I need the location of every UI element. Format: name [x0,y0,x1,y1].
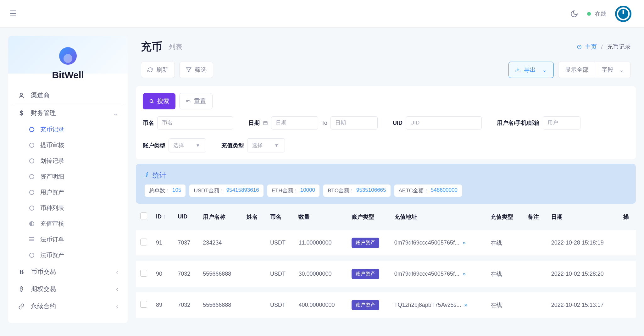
sidebar-item-channel[interactable]: 渠道商 [11,87,125,104]
stats-chip: USDT金额： 95415893616 [189,185,263,197]
search-label: 搜索 [157,97,169,105]
sidebar-subitem[interactable]: 币种列表 [23,200,125,216]
th-coin[interactable]: 币名 [266,209,294,225]
sidebar-subitem[interactable]: 资产明细 [23,169,125,185]
sidebar-subitem[interactable]: 充值审核 [23,216,125,232]
fields-button[interactable]: 字段 ⌄ [595,62,630,78]
reset-button[interactable]: 重置 [179,93,213,109]
user-input[interactable] [543,116,580,129]
bullet-icon [29,127,35,132]
select-all-checkbox[interactable] [140,212,147,219]
export-label: 导出 [524,66,536,74]
bullet-icon [29,142,35,148]
sidebar-subitem[interactable]: 充币记录 [23,122,125,137]
sidebar-subitem[interactable]: 用户资产 [23,185,125,200]
stats-title: i 统计 [145,171,627,180]
sidebar-subitem[interactable]: 法币订单 [23,232,125,247]
row-checkbox[interactable] [140,239,147,245]
filter-uid: UID [393,116,482,129]
svg-line-6 [153,102,153,103]
th-username[interactable]: 用户名称 [198,209,242,225]
sidebar-item-label: 币币交易 [31,267,56,276]
page-subtitle: 列表 [169,42,182,52]
caret-down-icon: ▾ [275,142,278,149]
cell-amount: 30.00000000 [294,261,347,287]
export-button[interactable]: 导出 ⌄ [508,62,554,78]
bullet-icon [29,205,35,211]
filter-button[interactable]: 筛选 [179,62,213,78]
filter-user: 用户名/手机/邮箱 [497,116,580,129]
th-uid[interactable]: UID [173,209,198,225]
expand-icon[interactable]: » [463,240,466,246]
cell-address: 0m79df69ccc45005765f...» [390,230,486,256]
th-amount[interactable]: 数量 [294,209,347,225]
show-all-label: 显示全部 [565,66,589,74]
cell-op[interactable] [619,292,636,318]
expand-icon[interactable]: » [464,302,468,308]
sidebar-item-label: 财务管理 [31,109,56,117]
sidebar-item-option[interactable]: ₿ 期权交易 ‹ [11,280,125,298]
online-status: 在线 [587,10,606,18]
view-options-group: 显示全部 字段 ⌄ [558,62,631,78]
show-all-button[interactable]: 显示全部 [558,62,595,78]
bullet-icon [29,174,35,179]
th-remark[interactable]: 备注 [523,209,547,225]
cell-op[interactable] [619,230,636,256]
dark-mode-toggle-icon[interactable] [570,10,578,18]
breadcrumb: 主页 / 充币记录 [576,43,631,51]
chevron-left-icon: ‹ [116,268,118,275]
bullet-icon [29,252,35,258]
sidebar-subitem[interactable]: 划转记录 [23,153,125,169]
th-recharge-type[interactable]: 充值类型 [486,209,523,225]
th-address[interactable]: 充值地址 [390,209,486,225]
cell-remark [523,292,547,318]
th-account-type[interactable]: 账户类型 [347,209,390,225]
recharge-type-select[interactable]: 选择 ▾ [247,138,285,152]
sidebar-item-futures[interactable]: 永续合约 ‹ [11,298,125,315]
caret-down-icon: ▾ [197,142,199,149]
cell-op[interactable] [619,261,636,287]
cell-account-type: 账户资产 [347,230,390,256]
uid-input[interactable] [406,116,482,129]
th-date[interactable]: 日期 [547,209,619,225]
page-title: 充币 [141,40,162,54]
sidebar-subitem-label: 划转记录 [40,157,64,165]
sidebar-item-spot[interactable]: B 币币交易 ‹ [11,263,125,280]
row-checkbox[interactable] [140,270,147,277]
search-button[interactable]: 搜索 [143,93,175,109]
refresh-button[interactable]: 刷新 [141,62,175,78]
svg-marker-4 [186,68,191,72]
filter-label: 账户类型 [143,142,165,149]
sidebar-subitem[interactable]: 法币资产 [23,247,125,263]
page-header: 充币 列表 主页 / 充币记录 [136,36,636,58]
row-checkbox[interactable] [140,301,147,308]
filter-card: 搜索 重置 币名 日期 To [136,86,636,159]
date-from-input[interactable] [271,116,318,129]
avatar[interactable] [615,6,631,22]
user-icon [18,92,25,99]
cell-username: 555666888 [198,261,242,287]
deposit-table: ID↑ UID 用户名称 姓名 币名 数量 账户类型 充值地址 充值类型 备注 … [136,204,636,323]
refresh-label: 刷新 [156,66,168,74]
cell-date: 2022-10-28 15:18:19 [547,230,619,256]
main-content: 充币 列表 主页 / 充币记录 刷新 筛选 导出 ⌄ [136,28,644,331]
cell-coin: USDT [266,230,294,256]
th-id[interactable]: ID↑ [152,209,173,225]
expand-icon[interactable]: » [463,271,466,277]
sort-up-icon: ↑ [163,213,166,220]
filter-label: 币名 [143,119,154,127]
account-type-select[interactable]: 选择 ▾ [169,138,206,152]
sidebar-subitem[interactable]: 提币审核 [23,137,125,153]
th-op[interactable]: 操 [619,209,636,225]
cell-date: 2022-10-02 15:28:20 [547,261,619,287]
filter-account-type: 账户类型 选择 ▾ [143,138,206,152]
date-to-input[interactable] [330,116,378,129]
hamburger-menu-icon[interactable]: ☰ [9,9,17,19]
link-icon [18,303,25,310]
table-header-row: ID↑ UID 用户名称 姓名 币名 数量 账户类型 充值地址 充值类型 备注 … [136,209,636,225]
coin-input[interactable] [157,116,233,129]
sidebar-item-finance[interactable]: $ 财务管理 ⌄ [11,104,125,122]
breadcrumb-home-link[interactable]: 主页 [585,43,597,50]
th-name[interactable]: 姓名 [242,209,266,225]
stats-row: 总单数： 105USDT金额： 95415893616ETH金额： 10000B… [145,185,627,197]
